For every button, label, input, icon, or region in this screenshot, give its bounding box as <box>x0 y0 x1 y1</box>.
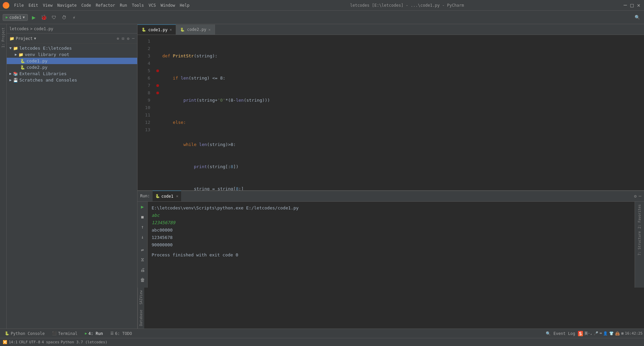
tree-item-letcodes[interactable]: ▼ 📁 letcodes E:\letcodes <box>7 45 137 51</box>
concurrency-button[interactable]: ⚡ <box>70 13 78 21</box>
output-90000000: 90000000 <box>152 241 631 249</box>
locate-file-icon[interactable]: ⊕ <box>117 36 119 41</box>
tab-close-button[interactable]: ✕ <box>170 28 172 32</box>
run-configuration[interactable]: ▶ code1 ▼ <box>3 14 28 21</box>
menu-edit[interactable]: Edit <box>26 2 40 8</box>
run-again-button[interactable]: ▶ <box>139 203 146 210</box>
collapse-all-icon[interactable]: ⊟ <box>122 36 124 41</box>
saiview-tab[interactable]: SAIView <box>139 288 144 307</box>
close-button[interactable]: ✕ <box>636 3 641 8</box>
wrap-button[interactable]: ⇌ <box>139 246 146 253</box>
run-button[interactable]: ▶ <box>30 13 38 21</box>
person-icon: 👤 <box>603 331 608 336</box>
code-content[interactable]: def PrintStr(string): if len(string) <= … <box>161 38 644 188</box>
activity-project[interactable]: 1: Project <box>1 26 6 50</box>
menu-tools[interactable]: Tools <box>130 2 146 8</box>
menu-run[interactable]: Run <box>118 2 129 8</box>
scroll-down-button[interactable]: ↓ <box>139 233 146 241</box>
indent-type[interactable]: 4 spaces <box>42 340 59 344</box>
debug-button[interactable]: 🐞 <box>40 13 48 21</box>
search-icon-status[interactable]: 🔍 <box>546 331 551 336</box>
tab-code2py[interactable]: 🐍 code2.py ✕ <box>176 24 215 35</box>
search-everywhere-button[interactable]: 🔍 <box>633 13 641 21</box>
tree-item-external-libs[interactable]: ▶ 📚 External Libraries <box>7 70 137 77</box>
tree-item-code2py[interactable]: 🐍 code2.py <box>7 64 137 70</box>
tab-label: code1.py <box>148 28 168 32</box>
python-file-icon: 🐍 <box>20 65 25 70</box>
tree-item-code1py[interactable]: 🐍 code1.py <box>7 58 137 64</box>
menu-navigate[interactable]: Navigate <box>55 2 79 8</box>
tree-item-scratches[interactable]: ▶ 💾 Scratches and Consoles <box>7 77 137 83</box>
menu-file[interactable]: File <box>12 2 26 8</box>
run-side-buttons: ▶ ◼ ↑ ↓ ⇌ ⧖ 🖨 🗑 <box>138 202 148 288</box>
cursor-position: 14:1 <box>9 340 18 344</box>
run-tab-close-icon[interactable]: ✕ <box>176 194 178 198</box>
python-file-icon: 🐍 <box>142 28 146 32</box>
run-tab-code1[interactable]: 🐍 code1 ✕ <box>153 191 181 201</box>
menu-refactor[interactable]: Refactor <box>94 2 117 8</box>
terminal-tab[interactable]: ⬛ Terminal <box>49 331 81 337</box>
breadcrumb-sep: > <box>30 27 33 31</box>
breakpoint-gutter <box>154 38 161 188</box>
menu-window[interactable]: Window <box>159 2 177 8</box>
tray-text: 英·, <box>584 331 592 336</box>
run-output: E:\letcodes\venv\Scripts\python.exe E:/l… <box>148 202 635 288</box>
tree-item-label: External Libraries <box>19 71 67 76</box>
file-tree: ▼ 📁 letcodes E:\letcodes ▶ 📁 venv librar… <box>7 44 137 329</box>
line-ending[interactable]: CRLF <box>19 340 28 344</box>
project-title: Project <box>16 36 33 41</box>
code-editor-area: 1 2 3 4 5 6 7 8 9 10 11 12 13 <box>138 35 644 190</box>
menu-code[interactable]: Code <box>79 2 93 8</box>
tree-item-venv[interactable]: ▶ 📁 venv library root <box>7 51 137 58</box>
mic-icon: 🎤 <box>594 331 598 336</box>
python-icon: 🐍 <box>155 194 160 198</box>
input-numbers: 123456789 <box>152 219 631 227</box>
menu-help[interactable]: Help <box>178 2 192 8</box>
tab-code1py[interactable]: 🐍 code1.py ✕ <box>138 24 176 35</box>
grid-icon: ⊞ <box>621 331 624 336</box>
code-editor[interactable]: 1 2 3 4 5 6 7 8 9 10 11 12 13 <box>138 35 644 190</box>
tab-label: code2.py <box>187 27 206 32</box>
menu-vcs[interactable]: VCS <box>147 2 158 8</box>
run-label: Run: <box>140 194 150 198</box>
breadcrumb-project[interactable]: letcodes <box>9 27 29 31</box>
run-panel: Run: 🐍 code1 ✕ ⚙ ─ ▶ ◼ <box>138 190 644 288</box>
python-console-tab[interactable]: 🐍 Python Console <box>1 331 48 337</box>
scroll-up-button[interactable]: ↑ <box>139 223 146 231</box>
settings-icon[interactable]: ⚙ <box>634 194 637 199</box>
breadcrumb: letcodes > code1.py <box>7 24 137 34</box>
todo-tab[interactable]: ☰ 6: TODO <box>107 331 136 337</box>
run-panel-controls: ⚙ ─ <box>634 194 641 199</box>
coverage-button[interactable]: 🛡 <box>50 13 58 21</box>
print-button[interactable]: 🖨 <box>139 266 146 274</box>
event-log-label[interactable]: Event Log <box>553 331 575 336</box>
menu-bar: File Edit View Navigate Code Refactor Ru… <box>12 2 192 8</box>
bottom-tabs-bar: 🐍 Python Console ⬛ Terminal ▶ 4: Run ☰ 6… <box>0 329 644 338</box>
minimize-panel-icon[interactable]: ─ <box>132 36 135 41</box>
python-interpreter[interactable]: Python 3.7 (letcodes) <box>61 340 107 344</box>
app-logo <box>3 2 9 9</box>
database-tab[interactable]: Database <box>139 307 144 329</box>
output-12345678: 12345678 <box>152 234 631 241</box>
favorites-tab[interactable]: 2: Favorites <box>637 203 642 230</box>
tab-close-button[interactable]: ✕ <box>208 28 211 32</box>
terminal-icon: ⬛ <box>52 331 57 336</box>
filter-button[interactable]: ⧖ <box>139 256 146 263</box>
trash-button[interactable]: 🗑 <box>139 276 146 284</box>
folder-icon: 📁 <box>9 36 14 41</box>
minimize-icon[interactable]: ─ <box>639 194 641 199</box>
folder-icon: 📁 <box>13 46 18 51</box>
structure-tab[interactable]: 7: Structure <box>637 230 642 257</box>
menu-view[interactable]: View <box>41 2 55 8</box>
editor-tabs: 🐍 code1.py ✕ 🐍 code2.py ✕ <box>138 24 644 35</box>
profile-button[interactable]: ⏱ <box>60 13 68 21</box>
stop-button[interactable]: ◼ <box>139 213 146 220</box>
titlebar: File Edit View Navigate Code Refactor Ru… <box>0 0 644 11</box>
tree-settings-icon[interactable]: ⚙ <box>127 36 129 41</box>
terminal-label: Terminal <box>58 331 77 336</box>
minimize-button[interactable]: ─ <box>623 3 628 8</box>
run-tab-bottom[interactable]: ▶ 4: Run <box>82 331 106 337</box>
encoding[interactable]: UTF-8 <box>29 340 40 344</box>
maximize-button[interactable]: □ <box>629 3 635 8</box>
breadcrumb-file[interactable]: code1.py <box>34 27 53 31</box>
